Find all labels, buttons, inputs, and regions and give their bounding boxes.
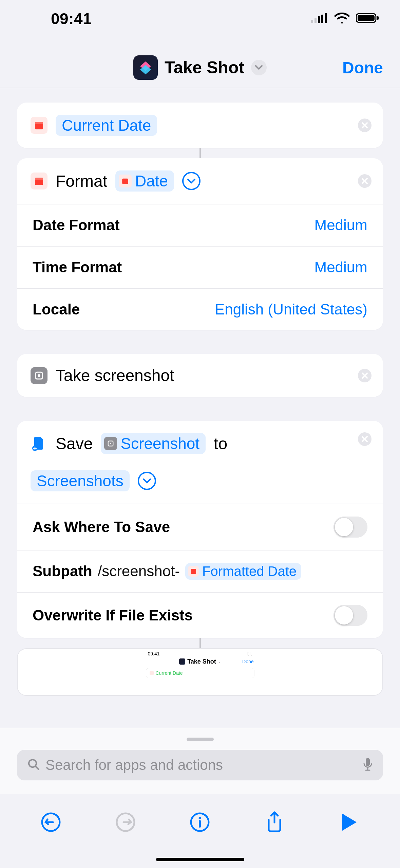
shortcut-title: Take Shot — [165, 58, 244, 77]
svg-point-17 — [110, 443, 111, 444]
drag-handle[interactable] — [187, 738, 214, 741]
svg-rect-7 — [377, 16, 379, 20]
nav-title-group[interactable]: Take Shot — [133, 55, 267, 80]
action-save-file[interactable]: Save Screenshot to Screenshots Ask Where… — [17, 421, 383, 638]
svg-point-14 — [38, 374, 40, 377]
delete-action-button[interactable] — [358, 432, 372, 446]
overwrite-toggle[interactable] — [334, 605, 367, 626]
date-format-row[interactable]: Date Format Medium — [17, 204, 383, 246]
bottom-toolbar — [0, 800, 400, 844]
shortcuts-app-icon — [133, 55, 158, 80]
row-label: Locale — [33, 301, 80, 318]
redo-button[interactable] — [114, 810, 137, 834]
svg-rect-9 — [35, 122, 43, 124]
svg-rect-2 — [318, 16, 320, 23]
flow-connector — [199, 148, 201, 158]
screenshot-icon — [104, 437, 117, 450]
search-panel: Search for apps and actions — [0, 728, 400, 794]
collapse-chevron-icon[interactable] — [138, 472, 156, 490]
flow-connector — [199, 638, 201, 648]
title-chevron-icon[interactable] — [251, 60, 267, 75]
undo-button[interactable] — [39, 810, 63, 834]
save-to-word: to — [214, 434, 227, 453]
svg-rect-1 — [315, 18, 317, 23]
svg-rect-4 — [325, 13, 327, 23]
svg-rect-20 — [366, 758, 370, 766]
screenshot-label: Take screenshot — [56, 366, 174, 385]
result-preview[interactable]: 09:41 􀙇 􀛨 Take Shot ⌄ Done Current Date — [17, 648, 383, 696]
calendar-icon — [188, 566, 199, 577]
save-input-token[interactable]: Screenshot — [101, 433, 206, 454]
battery-icon — [356, 13, 380, 25]
format-input-token[interactable]: Date — [115, 170, 174, 192]
format-label: Format — [56, 172, 107, 191]
delete-action-button[interactable] — [358, 369, 372, 382]
collapse-chevron-icon[interactable] — [182, 172, 201, 190]
row-value: English (United States) — [215, 301, 367, 318]
row-value: Medium — [315, 259, 368, 276]
share-button[interactable] — [263, 810, 286, 834]
svg-rect-3 — [321, 15, 323, 23]
search-placeholder: Search for apps and actions — [45, 757, 357, 773]
preview-status-bar: 09:41 􀙇 􀛨 — [142, 649, 258, 656]
preview-nav: Take Shot ⌄ Done — [142, 656, 258, 667]
search-icon — [27, 758, 40, 772]
status-indicators — [311, 13, 380, 25]
action-format-date[interactable]: Format Date Date Format Medium Time Form… — [17, 158, 383, 330]
editor-content: Current Date Format Date — [0, 89, 400, 725]
action-current-date[interactable]: Current Date — [17, 103, 383, 148]
formatted-date-token-text: Formatted Date — [202, 564, 297, 579]
svg-point-24 — [199, 817, 201, 819]
svg-rect-11 — [35, 178, 43, 180]
delete-action-button[interactable] — [358, 119, 372, 132]
calendar-icon — [119, 175, 132, 187]
calendar-icon — [31, 173, 47, 189]
row-label: Overwrite If File Exists — [33, 607, 193, 624]
row-value: Medium — [315, 217, 368, 234]
search-field[interactable]: Search for apps and actions — [17, 750, 383, 780]
subpath-prefix: /screenshot- — [98, 563, 180, 580]
svg-rect-12 — [122, 179, 128, 184]
run-button[interactable] — [337, 810, 361, 834]
row-label: Date Format — [33, 217, 120, 234]
row-label: Time Format — [33, 259, 122, 276]
row-label: Subpath — [33, 563, 92, 580]
delete-action-button[interactable] — [358, 174, 372, 188]
done-button[interactable]: Done — [342, 58, 383, 77]
subpath-row[interactable]: Subpath /screenshot- Formatted Date — [17, 550, 383, 592]
ask-where-toggle[interactable] — [334, 517, 367, 538]
cellular-icon — [311, 13, 328, 24]
save-destination-token[interactable]: Screenshots — [31, 470, 130, 491]
dictation-icon[interactable] — [363, 757, 373, 773]
svg-rect-0 — [311, 20, 313, 23]
current-date-token[interactable]: Current Date — [56, 115, 157, 136]
status-time: 09:41 — [51, 10, 92, 28]
overwrite-row: Overwrite If File Exists — [17, 592, 383, 638]
status-bar: 09:41 — [0, 0, 400, 37]
save-verb: Save — [56, 434, 93, 453]
home-indicator[interactable] — [156, 858, 244, 861]
formatted-date-token[interactable]: Formatted Date — [185, 563, 301, 580]
svg-rect-18 — [191, 569, 196, 574]
info-button[interactable] — [188, 810, 212, 834]
svg-rect-6 — [358, 15, 375, 21]
format-token-text: Date — [135, 172, 168, 190]
calendar-icon — [31, 117, 47, 134]
action-take-screenshot[interactable]: Take screenshot — [17, 354, 383, 397]
row-label: Ask Where To Save — [33, 519, 170, 536]
file-save-icon — [31, 435, 47, 452]
screenshot-icon — [31, 367, 47, 384]
wifi-icon — [334, 13, 350, 25]
time-format-row[interactable]: Time Format Medium — [17, 246, 383, 288]
nav-bar: Take Shot Done — [0, 48, 400, 88]
save-input-token-text: Screenshot — [120, 434, 199, 453]
ask-where-row: Ask Where To Save — [17, 504, 383, 550]
locale-row[interactable]: Locale English (United States) — [17, 288, 383, 330]
preview-action-row: Current Date — [146, 668, 254, 678]
